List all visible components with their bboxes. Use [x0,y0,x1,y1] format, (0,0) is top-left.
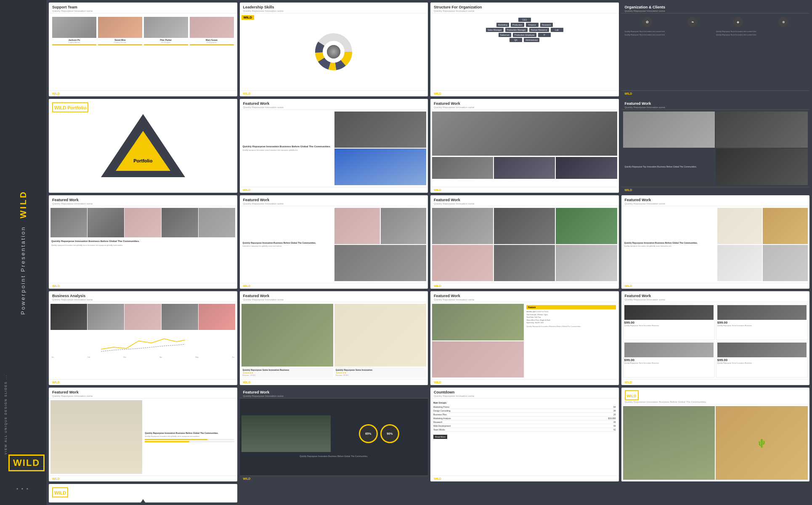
slide-support-team-body: Jackson Po Graphic Adviser Sweet Mira Cr… [49,13,237,90]
fw11-body: Quickly Repurpose Innovation text global… [145,435,234,438]
slide-wild-green[interactable]: WILD Quickly Repurpose Innovation Busine… [621,388,810,481]
fw4-heading: Quickly Repurpose Innovation Business Be… [50,239,236,243]
slide-fw8-body: Quickly Repurpose Some Innovation Busine… [240,302,428,379]
price-table-wild-box: WILD [52,487,68,497]
line-chart-svg [51,332,235,354]
countdown-val-6: 40 [613,425,616,427]
member-jackson-role: Graphic Adviser [68,41,80,43]
slide-fw8[interactable]: Featured Work Quickly Repurpose Innovati… [240,291,428,385]
countdown-val-4: $19,990 [608,417,616,420]
fw2-img-strip [432,157,617,179]
price-triangle-dark [101,499,185,502]
org-prod-emp: Production Employee [513,33,536,37]
member-mary-photo [190,17,234,38]
countdown-row-5: Research 40 [433,420,616,424]
fw7-heading: Quickly Repurpose Innovation Business Be… [624,242,715,244]
price-desc-4: Quickly Repurpose Some Innovation Busine… [717,362,807,364]
slide-fw2-title: Featured Work [434,101,616,106]
slide-fw11-title: Featured Work [52,390,234,394]
slide-support-team-subtitle: Quickly Repurpose Innovation some [52,10,234,12]
slide-countdown-subtitle: Quickly Repurpose Innovation some [434,395,616,397]
slide-fw9-body: Feature MODEL A B C D E F G T K G The Ex… [430,302,619,379]
slide-org-clients[interactable]: Organization & Clients Quickly Repurpose… [621,3,810,96]
fw5-i1 [334,208,380,244]
slide-org-clients-subtitle: Quickly Repurpose Innovation some [625,10,807,12]
slide-fw1[interactable]: Featured Work Quickly Repurpose Innovati… [240,99,428,193]
slide-fw2[interactable]: Featured Work Quickly Repurpose Innovati… [430,99,619,193]
slide-fw10[interactable]: Featured Work Quickly Repurpose Innovati… [621,291,810,385]
slide-fw12[interactable]: Featured Work Quickly Repurpose Innovati… [240,388,428,481]
fw11-bar2 [145,441,234,442]
slide-structure-header: Structure For Organization Quickly Repur… [430,3,619,13]
feature-badge: Feature [526,305,616,309]
price-desc-3: Quickly Repurpose Some Innovation Busine… [624,362,714,364]
fw3-img3 [716,149,808,185]
fw9-spec-text: MODEL A B C D E F G T K G The Example: 2… [526,311,616,324]
slide-support-team[interactable]: Support Team Quickly Repurpose Innovatio… [49,3,237,96]
fw9-body-text: Quickly Repurpose Innovation Business Be… [526,325,616,327]
slide-fw3[interactable]: Featured Work Quickly Repurpose Innovati… [621,99,810,193]
slide-countdown-header: Countdown Quickly Repurpose Innovation s… [430,388,619,399]
fw12-circles: 65% 90% [332,415,426,452]
wild-logo-fw2: WILD [434,189,441,191]
slide-price-table[interactable]: WILD Price Table [49,484,237,502]
slide-fw2-header: Featured Work Quickly Repurpose Innovati… [430,99,619,110]
org-prod-mgr: Production Manager [505,28,528,32]
slide-fw9[interactable]: Featured Work Quickly Repurpose Innovati… [430,291,619,385]
slide-business[interactable]: Business Analysis Quickly Repurpose Inno… [49,291,237,385]
slide-countdown-body: Main Groups: Marketing Promo 64 Design C… [430,399,619,476]
org-qa: QA [509,38,522,42]
fw8-review1: Quickly Repurpose Some Innovation Busine… [241,367,333,377]
fw9-grid: Feature MODEL A B C D E F G T K G The Ex… [432,304,617,377]
slide-countdown[interactable]: Countdown Quickly Repurpose Innovation s… [430,388,619,481]
fw8-review2: Quickly Repurpose Some Innovation ★★★★★ … [334,367,426,377]
member-piter-bar [144,44,188,45]
slide-fw3-header: Featured Work Quickly Repurpose Innovati… [621,99,810,110]
wild-logo-structure: WILD [434,92,441,95]
slide-fw12-body: 65% 90% Quickly Repurpose Innovation Bus… [240,399,428,476]
fw3-img2 [716,112,808,148]
slide-structure[interactable]: Structure For Organization Quickly Repur… [430,3,619,96]
slide-fw5-body: Quickly Repurpose Innovation Business Be… [240,206,428,283]
countdown-val-7: 42 [613,428,616,431]
slide-fw5-title: Featured Work [243,198,425,202]
slide-fw7[interactable]: Featured Work Quickly Repurpose Innovati… [621,195,810,289]
fw12-figures: 65% 90% [241,415,427,452]
wild-logo-fw8: WILD [243,381,251,384]
fw8-reviews1: Reviews : 20,951 [243,374,332,376]
read-more-button[interactable]: Read More [433,435,447,439]
slide-leadership-subtitle: Quickly Repurpose Innovation some [243,10,425,12]
slide-support-team-header: Support Team Quickly Repurpose Innovatio… [49,3,237,13]
slide-leadership-header: Leadership Skills Quickly Repurpose Inno… [240,3,428,13]
slide-support-team-title: Support Team [52,5,234,9]
fw7-i4 [763,245,808,281]
wild-logo-fw1: WILD [243,189,251,191]
slide-fw5-footer: WILD [240,283,428,289]
slide-portfolio[interactable]: WILD Portfolio Portfolio [49,99,237,193]
sidebar: WILD Powerpoint Presentation WILD ... VI… [0,0,46,505]
slide-leadership[interactable]: Leadership Skills Quickly Repurpose Inno… [240,3,428,96]
slide-fw5[interactable]: Featured Work Quickly Repurpose Innovati… [240,195,428,289]
price-val-4: $99.00 [717,358,807,362]
fw2-thumb1 [432,157,493,179]
org-level5-row: QA Administrator [434,38,616,42]
org-ceo: CEO [518,18,531,22]
sidebar-brand-label: WILD [13,457,40,468]
slide-fw11[interactable]: Featured Work Quickly Repurpose Innovati… [49,388,237,481]
slide-fw6[interactable]: Featured Work Quickly Repurpose Innovati… [430,195,619,289]
slide-fw4[interactable]: Featured Work Quickly Repurpose Innovati… [49,195,237,289]
svg-point-8 [327,45,340,58]
wild-logo-fw10: WILD [625,381,632,384]
countdown-val-1: 64 [613,406,616,408]
price-table-header: WILD [52,487,234,497]
slide-fw5-subtitle: Quickly Repurpose Innovation some [243,202,425,205]
price-item-2: $99.00 Quickly Repurpose Some Innovation… [716,304,808,340]
slide-fw7-footer: WILD [621,283,810,289]
slide-wild-green-body: 🌵 [621,404,810,481]
org-chart: CEO Marketing Production Finance Researc… [432,15,617,45]
slide-fw11-footer: WILD [49,476,237,481]
fw1-img2 [334,149,426,185]
slide-fw3-footer: WILD [621,187,810,193]
wild-logo-countdown: WILD [434,477,441,480]
leadership-wild-tag: WILD [241,15,254,20]
